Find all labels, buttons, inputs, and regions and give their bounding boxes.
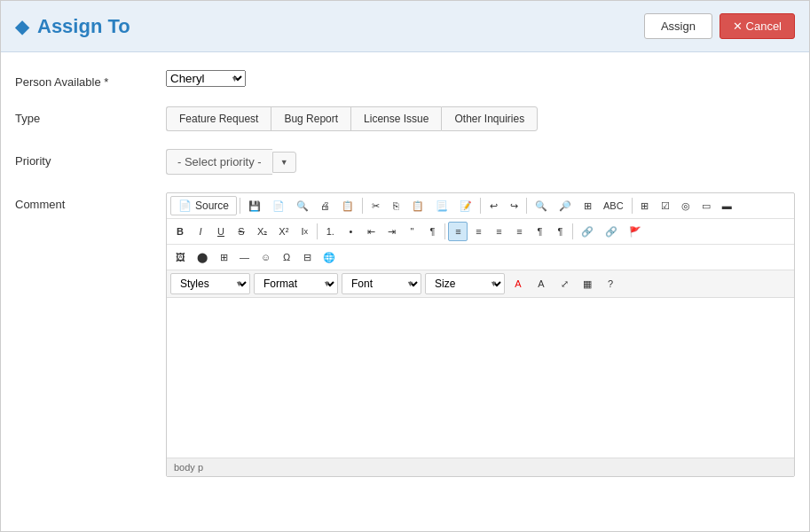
undo-button[interactable]: ↩ [484,196,503,215]
hline-button[interactable]: — [234,247,255,267]
source-icon: 📄 [178,200,192,212]
size-select-wrapper: Size [425,273,505,294]
person-label: Person Available * [15,70,166,89]
paste-button[interactable]: 📋 [406,196,429,215]
print-button[interactable]: 🖨 [315,196,335,215]
superscript-button[interactable]: X² [273,222,294,241]
priority-select-group: - Select priority - ▼ [166,149,795,175]
outdent-button[interactable]: ⇤ [361,222,381,241]
priority-dropdown-arrow[interactable]: ▼ [272,152,296,173]
checkbox-button[interactable]: ☑ [656,196,675,215]
blocks-button[interactable]: ▦ [578,274,597,293]
type-btn-feature[interactable]: Feature Request [166,106,271,131]
underline-button[interactable]: U [211,222,231,241]
priority-dropdown-label[interactable]: - Select priority - [166,149,272,175]
emoji-button[interactable]: ☺ [256,247,276,267]
align-center-button[interactable]: ≡ [468,222,488,241]
pagebreak-button[interactable]: ⊟ [297,247,317,267]
type-btn-license[interactable]: License Issue [350,106,441,131]
select-button[interactable]: ▬ [717,196,737,215]
size-select[interactable]: Size [425,273,505,294]
spell-button[interactable]: ABC [598,196,629,215]
font-select[interactable]: Font [342,273,421,294]
strikethrough-button[interactable]: S [232,222,251,241]
removeformat-button[interactable]: Ix [295,222,314,241]
div-button[interactable]: ¶ [422,222,442,241]
subscript-button[interactable]: X₂ [252,222,272,241]
anchor-button[interactable]: 🚩 [624,222,647,241]
link-button[interactable]: 🔗 [576,222,599,241]
align-right-button[interactable]: ≡ [489,222,508,241]
bg-color-button[interactable]: A [531,274,551,293]
page-title: Assign To [37,15,130,38]
rtl-button[interactable]: ¶ [550,222,570,241]
table-button[interactable]: ⊞ [635,196,655,215]
unlink-button[interactable]: 🔗 [600,222,623,241]
sep-7 [444,223,445,239]
preview-button[interactable]: 📋 [336,196,359,215]
redo-button[interactable]: ↪ [504,196,523,215]
find2-button[interactable]: 🔍 [530,196,553,215]
paste-text-button[interactable]: 📃 [430,196,453,215]
type-button-group: Feature Request Bug Report License Issue… [166,106,795,131]
header: ◆ Assign To Assign ✕ Cancel [1,1,809,52]
cancel-button[interactable]: ✕ Cancel [720,13,795,39]
font-select-wrapper: Font [342,273,421,294]
styles-select[interactable]: Styles [170,273,250,294]
type-btn-other[interactable]: Other Inquiries [441,106,538,131]
type-row: Type Feature Request Bug Report License … [15,106,795,131]
find-button[interactable]: 🔍 [291,196,314,215]
maximize-button[interactable]: ⤢ [554,274,574,293]
ltr-button[interactable]: ¶ [530,222,549,241]
new-doc-button[interactable]: 📄 [267,196,290,215]
styles-select-wrapper: Styles [170,273,250,294]
toolbar-row-1: 📄 Source 💾 📄 🔍 🖨 📋 ✂ ⎘ 📋 📃 [167,193,794,219]
image-button[interactable]: 🖼 [170,247,191,267]
special-char-button[interactable]: Ω [277,247,296,267]
orderedlist-button[interactable]: 1. [320,222,340,241]
replace-button[interactable]: 🔎 [554,196,577,215]
font-color-button[interactable]: A [508,274,528,293]
align-left-button[interactable]: ≡ [448,222,468,241]
type-field: Feature Request Bug Report License Issue… [166,106,795,131]
flash-button[interactable]: ⬤ [192,247,213,267]
align-justify-button[interactable]: ≡ [509,222,529,241]
priority-label: Priority [15,149,166,168]
format-select-wrapper: Format [254,273,338,294]
save-doc-button[interactable]: 💾 [243,196,266,215]
comment-row: Comment 📄 Source 💾 📄 🔍 🖨 📋 [15,192,795,477]
cut-button[interactable]: ✂ [366,196,385,215]
style-row: Styles Format Font [167,270,794,298]
indent-button[interactable]: ⇥ [381,222,401,241]
person-row: Person Available * Cheryl Alice Bob [15,70,795,89]
italic-button[interactable]: I [191,222,210,241]
copy-button[interactable]: ⎘ [386,196,405,215]
editor-footer: body p [167,458,794,476]
help-button[interactable]: ? [601,274,620,293]
sep-1 [240,198,240,214]
priority-row: Priority - Select priority - ▼ [15,149,795,175]
person-select-wrapper: Cheryl Alice Bob [166,70,246,87]
editor-container: 📄 Source 💾 📄 🔍 🖨 📋 ✂ ⎘ 📋 📃 [166,192,795,477]
table2-button[interactable]: ⊞ [214,247,233,267]
textbox-button[interactable]: ▭ [696,196,716,215]
radio-button[interactable]: ◎ [676,196,696,215]
iframe-button[interactable]: 🌐 [318,247,341,267]
paste-word-button[interactable]: 📝 [454,196,477,215]
unorderedlist-button[interactable]: • [341,222,360,241]
assign-button[interactable]: Assign [644,13,712,39]
type-btn-bug[interactable]: Bug Report [271,106,350,131]
blockquote-button[interactable]: " [402,222,421,241]
person-select[interactable]: Cheryl Alice Bob [166,70,246,87]
editor-area[interactable] [167,298,794,458]
source-button[interactable]: 📄 Source [170,196,237,215]
type-label: Type [15,106,166,125]
sep-4 [526,198,527,214]
toolbar-row-3: 🖼 ⬤ ⊞ — ☺ Ω ⊟ 🌐 [167,245,794,270]
select-all-button[interactable]: ⊞ [578,196,597,215]
source-label: Source [195,200,229,212]
header-actions: Assign ✕ Cancel [644,13,795,39]
editor-path: body p [174,462,203,473]
format-select[interactable]: Format [254,273,338,294]
bold-button[interactable]: B [170,222,190,241]
